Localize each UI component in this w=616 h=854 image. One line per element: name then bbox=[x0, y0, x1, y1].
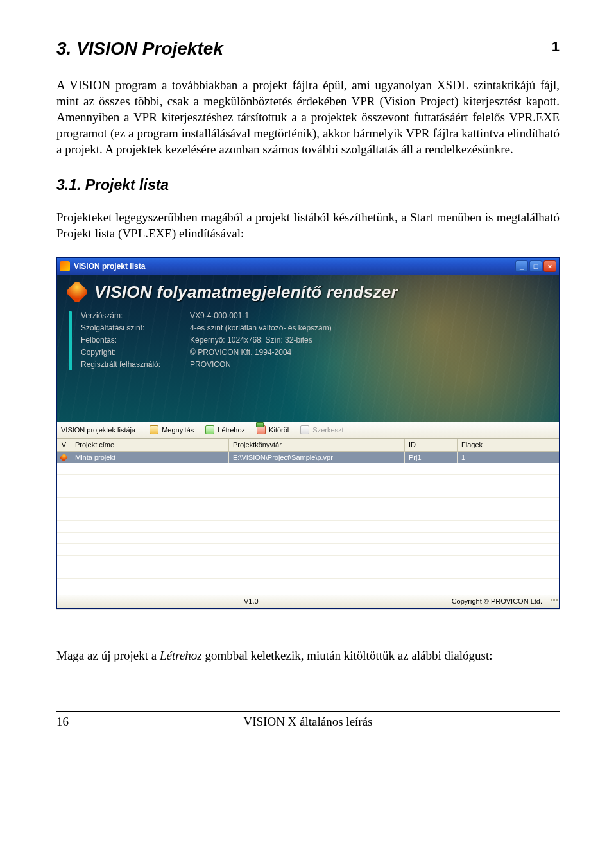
delete-button[interactable]: Kitöröl bbox=[257, 425, 289, 434]
new-icon bbox=[205, 425, 214, 434]
minimize-button[interactable]: _ bbox=[515, 260, 528, 272]
folder-open-icon bbox=[150, 425, 158, 434]
titlebar[interactable]: VISION projekt lista _ □ × bbox=[57, 258, 559, 275]
status-version: V1.0 bbox=[237, 595, 265, 608]
intro-paragraph: A VISION program a továbbiakban a projek… bbox=[56, 77, 560, 157]
edit-button[interactable]: Szerkeszt bbox=[300, 425, 343, 434]
open-button-label: Megnyitás bbox=[162, 426, 194, 434]
banner: VISION folyamatmegjelenítő rendszer Verz… bbox=[57, 275, 559, 422]
info-value: © PROVICON Kft. 1994-2004 bbox=[190, 348, 332, 358]
logo-icon bbox=[65, 280, 89, 304]
titlebar-text: VISION projekt lista bbox=[74, 262, 145, 271]
project-icon bbox=[60, 453, 68, 461]
table-row[interactable]: Minta projekt E:\VISION\Project\Sample\p… bbox=[57, 452, 559, 463]
corner-page-number: 1 bbox=[552, 38, 560, 55]
col-id[interactable]: ID bbox=[405, 439, 458, 451]
info-label: Regisztrált felhasználó: bbox=[81, 360, 184, 370]
info-label: Copyright: bbox=[81, 348, 184, 358]
app-icon bbox=[60, 261, 70, 271]
table-header: V Projekt címe Projektkönyvtár ID Flagek bbox=[57, 439, 559, 452]
resize-grip[interactable] bbox=[549, 599, 559, 603]
toolbar: VISION projektek listája Megnyitás Létre… bbox=[57, 422, 559, 439]
info-value: VX9-4-000-001-1 bbox=[190, 311, 332, 321]
edit-icon bbox=[300, 425, 309, 434]
col-title[interactable]: Projekt címe bbox=[71, 439, 229, 451]
accent-bar bbox=[69, 311, 72, 370]
col-flags[interactable]: Flagek bbox=[458, 439, 502, 451]
status-copyright: Copyright © PROVICON Ltd. bbox=[445, 595, 549, 608]
app-window: VISION projekt lista _ □ × VISION folyam… bbox=[56, 257, 560, 609]
delete-icon bbox=[257, 425, 266, 434]
create-button[interactable]: Létrehoz bbox=[205, 425, 245, 434]
row-title: Minta projekt bbox=[71, 452, 229, 463]
row-icon-cell bbox=[57, 452, 71, 463]
info-value: 4-es szint (korlátlan változó- és képszá… bbox=[190, 323, 332, 334]
lead-paragraph: Projekteket legegyszerűbben magából a pr… bbox=[56, 209, 560, 241]
info-grid: Verziószám: VX9-4-000-001-1 Szolgáltatás… bbox=[81, 311, 332, 370]
doc-heading: 3. VISION Projektek bbox=[56, 38, 223, 59]
row-dir: E:\VISION\Project\Sample\p.vpr bbox=[229, 452, 405, 463]
info-label: Szolgáltatási szint: bbox=[81, 323, 184, 334]
maximize-button[interactable]: □ bbox=[529, 260, 542, 272]
banner-title: VISION folyamatmegjelenítő rendszer bbox=[94, 282, 398, 302]
table-body[interactable]: Minta projekt E:\VISION\Project\Sample\p… bbox=[57, 452, 559, 594]
create-button-label: Létrehoz bbox=[218, 426, 245, 434]
info-value: PROVICON bbox=[190, 360, 332, 370]
row-flags: 1 bbox=[458, 452, 502, 463]
after-paragraph: Maga az új projekt a Létrehoz gombbal ke… bbox=[56, 647, 560, 663]
row-id: Prj1 bbox=[405, 452, 458, 463]
status-bar: V1.0 Copyright © PROVICON Ltd. bbox=[57, 594, 559, 608]
col-v[interactable]: V bbox=[57, 439, 71, 451]
footer-page-number: 16 bbox=[56, 715, 108, 729]
open-button[interactable]: Megnyitás bbox=[150, 425, 194, 434]
info-label: Verziószám: bbox=[81, 311, 184, 321]
doc-subheading: 3.1. Projekt lista bbox=[56, 176, 560, 194]
toolbar-label: VISION projektek listája bbox=[61, 426, 135, 434]
info-value: Képernyő: 1024x768; Szín: 32-bites bbox=[190, 336, 332, 346]
info-label: Felbontás: bbox=[81, 336, 184, 346]
delete-button-label: Kitöröl bbox=[269, 426, 289, 434]
page-footer: 16 VISION X általános leírás bbox=[56, 711, 560, 729]
footer-title: VISION X általános leírás bbox=[108, 715, 508, 729]
edit-button-label: Szerkeszt bbox=[312, 426, 343, 434]
close-button[interactable]: × bbox=[543, 260, 556, 272]
col-dir[interactable]: Projektkönyvtár bbox=[229, 439, 405, 451]
